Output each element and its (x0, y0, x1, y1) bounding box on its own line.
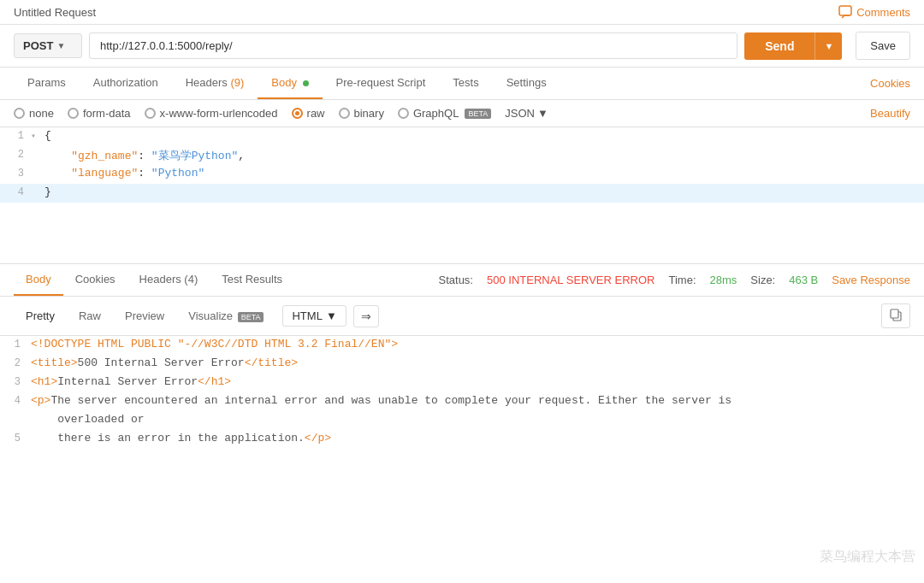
svg-rect-0 (839, 6, 851, 15)
resp-view-raw[interactable]: Raw (67, 305, 113, 327)
response-view-bar: Pretty Raw Preview Visualize BETA HTML ▼… (0, 297, 924, 336)
send-button[interactable]: Send (744, 32, 814, 60)
status-value: 500 INTERNAL SERVER ERROR (487, 274, 655, 286)
body-dot (303, 80, 309, 86)
resp-line-1: 1 <!DOCTYPE HTML PUBLIC "-//W3C//DTD HTM… (0, 336, 924, 355)
tab-authorization[interactable]: Authorization (80, 68, 172, 99)
body-type-binary[interactable]: binary (339, 107, 384, 120)
resp-view-preview[interactable]: Preview (113, 305, 176, 327)
resp-format-select[interactable]: HTML ▼ (282, 305, 346, 327)
size-value: 463 B (789, 274, 818, 286)
tab-settings[interactable]: Settings (493, 68, 560, 99)
resp-tab-body[interactable]: Body (14, 264, 63, 296)
resp-line-4: 4 <p>The server encountered an internal … (0, 392, 924, 411)
code-line-4: 4 } (0, 184, 924, 203)
window-title: Untitled Request (14, 6, 96, 19)
method-select[interactable]: POST ▼ (14, 33, 82, 58)
tab-pre-request[interactable]: Pre-request Script (323, 68, 440, 99)
send-dropdown-button[interactable]: ▼ (814, 32, 842, 60)
url-bar: POST ▼ Send ▼ Save (0, 25, 924, 68)
resp-tab-cookies[interactable]: Cookies (63, 264, 127, 296)
graphql-beta-badge: BETA (465, 109, 491, 119)
tab-headers[interactable]: Headers (9) (172, 68, 258, 99)
body-type-graphql[interactable]: GraphQL BETA (398, 107, 491, 120)
request-body-editor[interactable]: 1 ▾ { 2 "gzh_name": "菜鸟学Python", 3 "lang… (0, 127, 924, 264)
body-type-bar: none form-data x-www-form-urlencoded raw… (0, 100, 924, 127)
resp-tab-test-results[interactable]: Test Results (210, 264, 294, 296)
resp-line-5b: 5 there is an error in the application.<… (0, 430, 924, 449)
method-chevron-icon: ▼ (56, 41, 65, 50)
svg-rect-2 (891, 309, 898, 318)
time-value: 28ms (710, 274, 737, 286)
resp-line-2: 2 <title>500 Internal Server Error</titl… (0, 355, 924, 374)
code-line-1: 1 ▾ { (0, 127, 924, 146)
resp-line-3: 3 <h1>Internal Server Error</h1> (0, 374, 924, 392)
response-body: 1 <!DOCTYPE HTML PUBLIC "-//W3C//DTD HTM… (0, 336, 924, 473)
body-type-none[interactable]: none (14, 107, 54, 120)
response-area: Body Cookies Headers (4) Test Results St… (0, 264, 924, 473)
copy-icon (889, 308, 903, 321)
save-response-button[interactable]: Save Response (832, 274, 910, 286)
body-type-form-data[interactable]: form-data (68, 107, 131, 120)
body-type-raw[interactable]: raw (292, 107, 325, 120)
response-status-info: Status: 500 INTERNAL SERVER ERROR Time: … (439, 274, 910, 286)
beautify-link[interactable]: Beautify (870, 107, 910, 120)
copy-button[interactable] (881, 303, 910, 328)
code-line-3: 3 "language": "Python" (0, 165, 924, 184)
tab-params[interactable]: Params (14, 68, 80, 99)
resp-view-pretty[interactable]: Pretty (14, 305, 67, 327)
url-input[interactable] (89, 32, 737, 59)
code-line-2: 2 "gzh_name": "菜鸟学Python", (0, 146, 924, 165)
resp-tab-headers[interactable]: Headers (4) (127, 264, 210, 296)
send-button-group: Send ▼ (744, 32, 842, 60)
wrap-button[interactable]: ⇒ (353, 305, 379, 327)
request-tabs: Params Authorization Headers (9) Body Pr… (0, 68, 924, 100)
format-select[interactable]: JSON ▼ (505, 107, 548, 120)
cookies-link[interactable]: Cookies (870, 77, 910, 90)
body-type-urlencoded[interactable]: x-www-form-urlencoded (145, 107, 278, 120)
top-bar: Untitled Request Comments (0, 0, 924, 25)
resp-view-visualize[interactable]: Visualize BETA (176, 305, 275, 327)
response-tabs: Body Cookies Headers (4) Test Results St… (0, 264, 924, 297)
comments-button[interactable]: Comments (838, 5, 910, 19)
resp-line-5a: overloaded or (0, 411, 924, 430)
tab-body[interactable]: Body (258, 68, 322, 99)
comments-icon (838, 5, 852, 19)
tab-tests[interactable]: Tests (439, 68, 492, 99)
save-button[interactable]: Save (856, 32, 910, 60)
